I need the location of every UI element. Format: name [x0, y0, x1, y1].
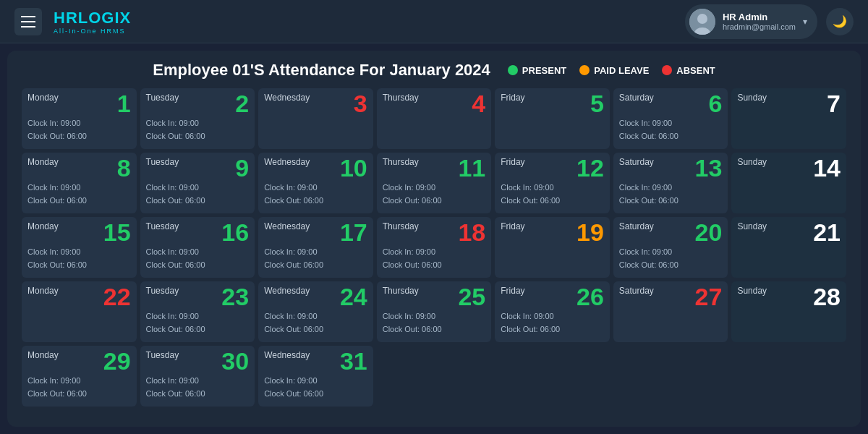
calendar-cell: Wednesday24Clock In: 09:00Clock Out: 06:… [258, 281, 373, 342]
cell-day-number: 13 [695, 156, 723, 180]
user-text: HR Admin hradmin@gmail.com [723, 12, 796, 31]
nav-right: HR Admin hradmin@gmail.com ▾ 🌙 [685, 4, 854, 39]
cell-clock-info: Clock In: 09:00Clock Out: 06:00 [383, 246, 486, 271]
cell-day-number: 11 [458, 156, 485, 180]
cell-day-number: 27 [695, 284, 723, 309]
cell-clock-info: Clock In: 09:00Clock Out: 06:00 [264, 375, 367, 400]
calendar-cell: Wednesday17Clock In: 09:00Clock Out: 06:… [258, 217, 373, 278]
chevron-down-icon: ▾ [803, 17, 807, 27]
paid-leave-label: PAID LEAVE [594, 65, 649, 76]
cell-day-number: 15 [103, 220, 131, 244]
calendar-cell: Sunday14 [731, 153, 846, 213]
cell-day-number: 18 [458, 220, 485, 244]
calendar-cell: Saturday27 [613, 281, 728, 342]
calendar-cell: Wednesday31Clock In: 09:00Clock Out: 06:… [258, 346, 373, 407]
calendar-cell: Monday29Clock In: 09:00Clock Out: 06:00 [22, 346, 137, 407]
cell-day-name: Sunday [737, 93, 841, 103]
calendar-cell: Tuesday2Clock In: 09:00Clock Out: 06:00 [140, 88, 255, 149]
cell-day-number: 6 [709, 91, 723, 116]
cell-clock-info: Clock In: 09:00Clock Out: 06:00 [146, 310, 250, 336]
cell-clock-info: Clock In: 09:00Clock Out: 06:00 [27, 246, 131, 271]
cell-day-number: 26 [576, 284, 604, 309]
cell-day-name: Thursday [383, 93, 486, 103]
cell-clock-info: Clock In: 09:00Clock Out: 06:00 [264, 182, 367, 207]
page-title: Employee 01'S Attendance For January 202… [153, 61, 490, 80]
cell-day-number: 1 [117, 91, 131, 116]
logo-tagline: All-In-One HRMS [54, 27, 131, 35]
calendar-cell: Friday5 [495, 88, 610, 149]
absent-dot [662, 65, 672, 75]
cell-day-number: 4 [472, 91, 485, 116]
cell-day-name: Friday [501, 93, 604, 103]
user-email: hradmin@gmail.com [723, 22, 796, 31]
cell-day-number: 8 [117, 156, 131, 180]
navbar: HRLOGIX All-In-One HRMS HR Admin hradmin… [0, 0, 868, 43]
cell-clock-info: Clock In: 09:00Clock Out: 06:00 [264, 246, 367, 271]
logo-name: HRLOGIX [54, 9, 131, 27]
cell-day-name: Monday [27, 157, 131, 167]
cell-day-number: 17 [340, 220, 367, 244]
calendar-cell: Friday26Clock In: 09:00Clock Out: 06:00 [495, 281, 610, 342]
user-profile[interactable]: HR Admin hradmin@gmail.com ▾ [685, 4, 817, 39]
calendar-cell: Wednesday3 [258, 88, 373, 149]
logo: HRLOGIX All-In-One HRMS [54, 9, 131, 35]
cell-clock-info: Clock In: 09:00Clock Out: 06:00 [383, 310, 486, 336]
cell-day-number: 5 [590, 91, 604, 116]
calendar-cell: Monday15Clock In: 09:00Clock Out: 06:00 [22, 217, 137, 278]
cell-day-number: 3 [354, 91, 367, 116]
calendar-cell: Friday19 [495, 217, 610, 278]
calendar-cell: Wednesday10Clock In: 09:00Clock Out: 06:… [258, 153, 373, 213]
calendar-empty-cell [377, 346, 492, 407]
calendar-cell: Thursday11Clock In: 09:00Clock Out: 06:0… [377, 153, 492, 213]
svg-point-1 [697, 14, 707, 24]
cell-day-number: 31 [340, 349, 367, 373]
calendar-cell: Sunday7 [731, 88, 846, 149]
calendar-empty-cell [731, 346, 846, 407]
cell-day-name: Wednesday [264, 93, 367, 103]
cell-clock-info: Clock In: 09:00Clock Out: 06:00 [501, 182, 604, 207]
calendar-empty-cell [613, 346, 728, 407]
calendar-cell: Sunday28 [731, 281, 846, 342]
calendar-cell: Friday12Clock In: 09:00Clock Out: 06:00 [495, 153, 610, 213]
calendar-cell: Tuesday16Clock In: 09:00Clock Out: 06:00 [140, 217, 255, 278]
calendar-cell: Saturday6Clock In: 09:00Clock Out: 06:00 [613, 88, 728, 149]
cell-day-number: 22 [103, 284, 131, 309]
dark-mode-button[interactable]: 🌙 [826, 8, 854, 35]
calendar-cell: Sunday21 [731, 217, 846, 278]
cell-clock-info: Clock In: 09:00Clock Out: 06:00 [383, 182, 486, 207]
cell-day-number: 28 [813, 284, 841, 309]
hamburger-line [21, 16, 35, 17]
cell-day-name: Tuesday [146, 157, 250, 167]
cell-clock-info: Clock In: 09:00Clock Out: 06:00 [619, 246, 723, 271]
cell-day-number: 25 [458, 284, 485, 309]
cell-day-number: 30 [221, 349, 249, 373]
legend: PRESENT PAID LEAVE ABSENT [508, 65, 715, 76]
cell-day-name: Tuesday [146, 93, 250, 103]
legend-absent: ABSENT [662, 65, 715, 76]
menu-button[interactable] [14, 8, 42, 35]
cell-day-number: 2 [235, 91, 249, 116]
cell-clock-info: Clock In: 09:00Clock Out: 06:00 [27, 375, 131, 400]
cell-day-number: 29 [103, 349, 131, 373]
cell-day-number: 12 [576, 156, 604, 180]
calendar-cell: Tuesday9Clock In: 09:00Clock Out: 06:00 [140, 153, 255, 213]
cell-clock-info: Clock In: 09:00Clock Out: 06:00 [619, 117, 723, 142]
cell-clock-info: Clock In: 09:00Clock Out: 06:00 [27, 117, 131, 142]
cell-clock-info: Clock In: 09:00Clock Out: 06:00 [146, 117, 250, 142]
cell-clock-info: Clock In: 09:00Clock Out: 06:00 [619, 182, 723, 207]
avatar [689, 9, 715, 35]
calendar-cell: Thursday18Clock In: 09:00Clock Out: 06:0… [377, 217, 492, 278]
absent-label: ABSENT [676, 65, 715, 76]
calendar-cell: Saturday13Clock In: 09:00Clock Out: 06:0… [613, 153, 728, 213]
calendar-cell: Monday22 [22, 281, 137, 342]
calendar-cell: Saturday20Clock In: 09:00Clock Out: 06:0… [613, 217, 728, 278]
calendar-cell: Tuesday23Clock In: 09:00Clock Out: 06:00 [140, 281, 255, 342]
nav-left: HRLOGIX All-In-One HRMS [14, 8, 131, 35]
cell-day-number: 19 [576, 220, 604, 244]
cell-day-number: 21 [813, 220, 841, 244]
cell-day-number: 14 [813, 156, 841, 180]
cell-day-number: 7 [827, 91, 841, 116]
calendar-cell: Tuesday30Clock In: 09:00Clock Out: 06:00 [140, 346, 255, 407]
title-row: Employee 01'S Attendance For January 202… [22, 61, 846, 80]
paid-leave-dot [579, 65, 590, 75]
